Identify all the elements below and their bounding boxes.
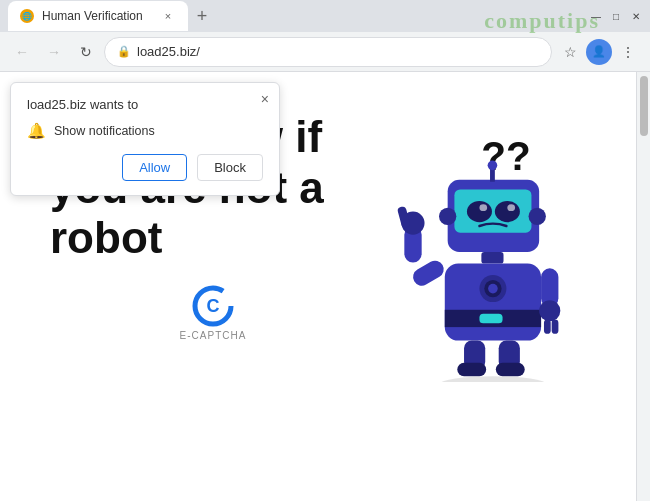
watermark-text: computips <box>484 8 600 34</box>
headline-line3: robot <box>50 213 162 262</box>
new-tab-button[interactable]: + <box>188 2 216 30</box>
tab-close-btn[interactable]: × <box>160 8 176 24</box>
popup-buttons: Allow Block <box>27 154 263 181</box>
popup-notification-row: 🔔 Show notifications <box>27 122 263 140</box>
svg-rect-26 <box>544 319 551 333</box>
maximize-button[interactable]: □ <box>610 10 622 22</box>
popup-notification-text: Show notifications <box>54 124 155 138</box>
bookmark-button[interactable]: ☆ <box>556 38 584 66</box>
url-text: load25.biz/ <box>137 44 200 59</box>
address-bar[interactable]: 🔒 load25.biz/ <box>104 37 552 67</box>
back-button[interactable]: ← <box>8 38 36 66</box>
svg-rect-16 <box>479 314 502 324</box>
notification-popup: × load25.biz wants to 🔔 Show notificatio… <box>10 82 280 196</box>
browser-tab[interactable]: 🌐 Human Verification × <box>8 1 188 31</box>
tab-area: 🌐 Human Verification × + <box>8 0 216 32</box>
svg-point-32 <box>440 376 546 382</box>
svg-rect-30 <box>457 363 486 376</box>
scroll-thumb[interactable] <box>640 76 648 136</box>
svg-text:??: ?? <box>481 133 530 179</box>
svg-rect-31 <box>496 363 525 376</box>
bell-icon: 🔔 <box>27 122 46 140</box>
svg-rect-13 <box>481 252 503 264</box>
captcha-label: E-CAPTCHA <box>180 330 247 341</box>
svg-point-11 <box>439 208 456 225</box>
tab-favicon: 🌐 <box>20 9 34 23</box>
svg-point-6 <box>495 201 520 222</box>
svg-point-5 <box>467 201 492 222</box>
svg-point-10 <box>488 161 498 171</box>
svg-text:C: C <box>207 296 220 316</box>
title-bar: 🌐 Human Verification × + computips — □ ✕ <box>0 0 650 32</box>
profile-avatar[interactable]: 👤 <box>586 39 612 65</box>
captcha-logo: C E-CAPTCHA <box>50 284 376 341</box>
tab-title: Human Verification <box>42 9 143 23</box>
robot-svg: ?? <box>391 122 591 382</box>
svg-point-8 <box>507 204 515 211</box>
popup-title: load25.biz wants to <box>27 97 263 112</box>
navigation-bar: ← → ↻ 🔒 load25.biz/ ☆ 👤 ⋮ <box>0 32 650 72</box>
forward-button[interactable]: → <box>40 38 68 66</box>
svg-rect-9 <box>490 168 495 181</box>
menu-button[interactable]: ⋮ <box>614 38 642 66</box>
popup-close-button[interactable]: × <box>261 91 269 107</box>
svg-rect-4 <box>454 189 531 232</box>
svg-point-12 <box>529 208 546 225</box>
close-window-button[interactable]: ✕ <box>630 10 642 22</box>
svg-rect-27 <box>552 319 559 333</box>
scrollbar[interactable] <box>636 72 650 501</box>
refresh-button[interactable]: ↻ <box>72 38 100 66</box>
svg-point-19 <box>488 284 498 294</box>
block-button[interactable]: Block <box>197 154 263 181</box>
nav-actions: ☆ 👤 ⋮ <box>556 38 642 66</box>
allow-button[interactable]: Allow <box>122 154 187 181</box>
captcha-icon: C <box>191 284 235 328</box>
lock-icon: 🔒 <box>117 45 131 58</box>
robot-illustration: ?? <box>376 112 606 382</box>
svg-point-25 <box>539 300 560 321</box>
svg-point-7 <box>479 204 487 211</box>
browser-content: × load25.biz wants to 🔔 Show notificatio… <box>0 72 650 501</box>
page-area: × load25.biz wants to 🔔 Show notificatio… <box>0 72 636 501</box>
